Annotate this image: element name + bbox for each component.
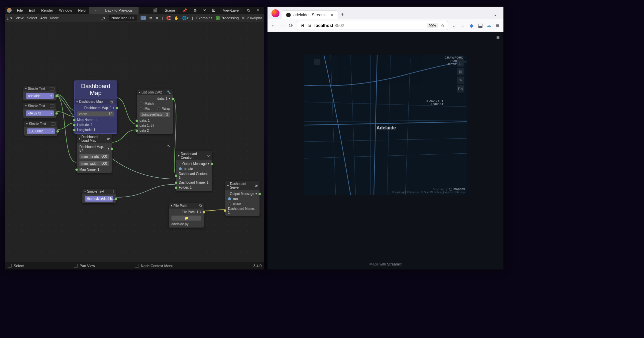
- options-icon[interactable]: [51, 122, 55, 126]
- app-menu-icon[interactable]: ≡: [496, 35, 499, 41]
- scene-selector[interactable]: 🎬 Scene 📌 ⧉ ✕: [150, 7, 209, 14]
- forward-icon[interactable]: →: [279, 23, 285, 28]
- scene-copy-icon[interactable]: ⧉: [191, 7, 199, 14]
- options-icon[interactable]: ⟳: [255, 184, 258, 188]
- viewlayer-selector[interactable]: 🖼 ViewLayer ⧉ ✕: [209, 7, 262, 14]
- downloads-icon[interactable]: ↓: [460, 23, 466, 28]
- close-radio[interactable]: [228, 202, 231, 205]
- browser-tab[interactable]: adelaide · Streamlit ✕: [282, 10, 338, 19]
- create-radio[interactable]: [179, 167, 182, 170]
- collapse-icon[interactable]: ▾: [178, 154, 179, 157]
- hand-icon[interactable]: ✋: [174, 16, 179, 20]
- node-file-path[interactable]: ▾File Path⧉ File Path. 1 ▾ 📁 adelaide.py: [169, 203, 204, 228]
- toolbar-examples[interactable]: Examples: [196, 16, 212, 20]
- extension-icon-3[interactable]: ☁: [486, 23, 491, 28]
- options-icon[interactable]: [50, 104, 54, 108]
- scene-pin-icon[interactable]: 📌: [180, 7, 190, 14]
- run-radio[interactable]: [228, 197, 231, 200]
- extension-icon[interactable]: ◆: [469, 23, 474, 28]
- node-simple-text-1[interactable]: ▾Simple Text adelaide▾: [23, 86, 56, 100]
- menu-render[interactable]: Render: [39, 7, 56, 13]
- zoom-badge[interactable]: 90%: [427, 23, 438, 28]
- close-tab-icon[interactable]: ✕: [330, 13, 334, 17]
- viewlayer-close-icon[interactable]: ✕: [254, 7, 262, 14]
- node-editor-canvas[interactable]: ▾Simple Text adelaide▾ ▾Simple Text -34.…: [5, 22, 264, 262]
- snap-icon[interactable]: 🧲: [166, 16, 171, 20]
- collapse-icon[interactable]: ▾: [227, 184, 229, 187]
- viewlayer-name[interactable]: ViewLayer: [220, 8, 243, 13]
- folder-button[interactable]: 📁: [171, 216, 201, 221]
- back-to-previous-button[interactable]: ⮐ Back to Previous: [89, 7, 139, 14]
- options-icon[interactable]: [109, 190, 114, 193]
- node-simple-text-3[interactable]: ▾Simple Text 138.6002▾: [24, 121, 57, 136]
- bookmark-icon[interactable]: ☆: [441, 23, 445, 28]
- lock-icon[interactable]: 🗎: [307, 23, 312, 28]
- wrench-icon[interactable]: 🔧: [167, 90, 171, 94]
- shield-icon[interactable]: 🛡: [141, 16, 146, 20]
- expand-icon[interactable]: ›: [314, 59, 320, 65]
- joinlevel-field[interactable]: JoinLevel lists2: [140, 112, 170, 117]
- match-radio[interactable]: [140, 102, 143, 105]
- options-icon[interactable]: ⟳: [110, 100, 115, 103]
- collapse-icon[interactable]: ▾: [25, 104, 27, 107]
- node-dashboard-load-map[interactable]: ▾Dashboard Load Map⟳ Dashboard Map. 57 ▾…: [77, 134, 112, 173]
- processing-toggle[interactable]: ✓Processing: [216, 16, 239, 20]
- map-layers-icon[interactable]: ▤: [457, 68, 464, 75]
- reload-icon[interactable]: ⟳: [288, 23, 293, 28]
- firefox-logo-icon[interactable]: [271, 9, 279, 17]
- options-icon[interactable]: [50, 87, 54, 90]
- menu-help[interactable]: Help: [75, 7, 88, 13]
- close-nodetree-icon[interactable]: ✕: [156, 16, 159, 20]
- scene-name[interactable]: Scene: [161, 8, 178, 13]
- editor-type-icon[interactable]: ⬚▾: [7, 16, 12, 20]
- menu-window[interactable]: Window: [56, 7, 75, 13]
- new-tab-button[interactable]: +: [338, 9, 347, 19]
- toolbar-add[interactable]: Add: [40, 16, 47, 20]
- collapse-icon[interactable]: ▾: [171, 204, 172, 207]
- viewlayer-copy-icon[interactable]: ⧉: [245, 7, 253, 14]
- mapbox-logo[interactable]: ◯ mapbox: [449, 187, 465, 191]
- options-icon[interactable]: ⟳: [107, 137, 110, 141]
- text-value-field[interactable]: /home/klix/dashb...▾: [85, 196, 113, 202]
- node-list-join[interactable]: ▾List Join Lv=2🔧 data. 1 ▾ Match MixWrap…: [137, 89, 173, 134]
- map-lang-button[interactable]: EN: [457, 85, 464, 92]
- pocket-icon[interactable]: ⌵: [452, 23, 457, 28]
- collapse-icon[interactable]: ▾: [76, 100, 78, 103]
- zoom-field[interactable]: zoom10: [77, 111, 114, 116]
- node-dashboard-server[interactable]: ▾Dashboard Server⟳ Output Message ▾ run …: [225, 181, 260, 216]
- collapse-icon[interactable]: ▾: [26, 122, 28, 125]
- url-bar[interactable]: ⛨ 🗎 localhost:8502 90% ☆: [297, 21, 448, 30]
- extension-icon-2[interactable]: ⬓: [478, 23, 483, 28]
- text-value-field[interactable]: adelaide▾: [26, 93, 54, 99]
- map-3d-icon[interactable]: ⬚: [457, 59, 464, 67]
- list-tabs-icon[interactable]: ⌄: [490, 9, 501, 19]
- options-icon[interactable]: ⟳: [207, 154, 210, 158]
- width-field[interactable]: map_width800: [79, 161, 109, 166]
- mix-radio[interactable]: [140, 107, 143, 110]
- back-icon[interactable]: ←: [271, 23, 276, 28]
- menu-edit[interactable]: Edit: [26, 7, 38, 13]
- shield-icon[interactable]: ⛨: [300, 23, 305, 28]
- text-value-field[interactable]: 138.6002▾: [27, 128, 55, 134]
- map-draw-icon[interactable]: ✎: [457, 77, 464, 84]
- text-value-field[interactable]: -34.9272▾: [26, 110, 54, 116]
- collapse-icon[interactable]: ▾: [79, 137, 80, 140]
- kepler-map[interactable]: › Adelaide CRAWFORD FOREST RESERVE EUCAL…: [304, 55, 467, 195]
- node-simple-text-2[interactable]: ▾Simple Text -34.9272▾: [23, 103, 56, 118]
- menu-icon[interactable]: ≡: [495, 23, 500, 28]
- collapse-icon[interactable]: ▾: [84, 190, 86, 193]
- toolbar-node[interactable]: Node: [50, 16, 59, 20]
- node-dashboard-creation[interactable]: ▾Dashboard Creation⟳ Output Message ▾ cr…: [176, 151, 212, 191]
- wrap-radio[interactable]: [157, 107, 160, 110]
- menu-file[interactable]: File: [14, 7, 26, 13]
- copy-icon[interactable]: ⧉: [199, 204, 202, 208]
- collapse-icon[interactable]: ▾: [25, 87, 27, 90]
- scene-close-icon[interactable]: ✕: [200, 7, 209, 14]
- toolbar-view[interactable]: View: [16, 16, 24, 20]
- collapse-icon[interactable]: ▾: [139, 91, 140, 94]
- streamlit-link[interactable]: Streamlit: [387, 262, 401, 266]
- height-field[interactable]: map_height600: [79, 154, 109, 159]
- node-dashboard-map[interactable]: Dashboard Map ▾Dashboard Map⟳ Dashboard …: [74, 81, 117, 134]
- globe-icon[interactable]: 🌐▾: [182, 16, 189, 20]
- copy-nodetree-icon[interactable]: ⧉: [150, 16, 152, 20]
